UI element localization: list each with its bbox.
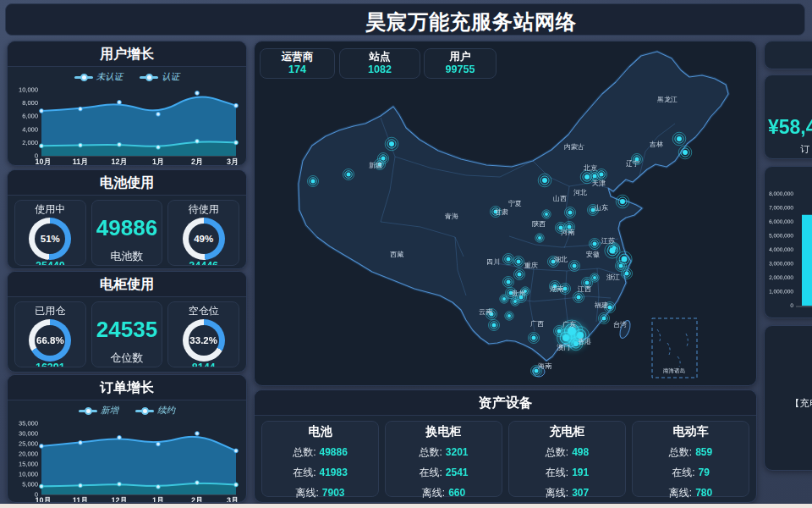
stat-card-users: 用户 99755 [424, 48, 497, 79]
gauge-percent: 33.2% [189, 335, 217, 345]
cabinet-total-card: 24535 仓位数 [91, 301, 163, 367]
battery-in-use-card: 使用中 51% 25440 [14, 200, 86, 266]
svg-text:内蒙古: 内蒙古 [564, 143, 584, 151]
battery-total-card: 49886 电池数 [91, 200, 163, 266]
dashboard-screen: 昊宸万能充服务站网络 用户增长 未认证 认证 电池使用 使用中 51% 2544… [0, 0, 812, 508]
stat-label: 运营商 [261, 51, 334, 64]
legend-marker-icon [135, 410, 154, 412]
svg-text:浙江: 浙江 [606, 273, 620, 281]
revenue-bar-chart[interactable] [765, 167, 812, 318]
legend-item-unverified[interactable]: 未认证 [74, 71, 123, 83]
panel-user-growth: 用户增长 未认证 认证 [7, 41, 247, 166]
gauge-label: 空仓位 [168, 304, 239, 318]
stat-value: 1082 [340, 64, 420, 76]
gauge-value: 24446 [168, 260, 239, 266]
legend-item-renewal[interactable]: 续约 [135, 405, 175, 417]
svg-text:南海诸岛: 南海诸岛 [663, 367, 685, 374]
legend-item-new[interactable]: 新增 [79, 405, 118, 417]
stat-card-stations: 站点 1082 [339, 48, 420, 79]
asset-offline: 660 [448, 487, 465, 499]
cabinet-total-value: 24535 [92, 317, 162, 343]
asset-card-charge-cabinet: 充电柜 总数:498 在线:191 离线:307 [508, 421, 626, 497]
svg-text:台湾: 台湾 [613, 321, 627, 329]
gauge-label: 待使用 [168, 202, 239, 217]
svg-text:四川: 四川 [486, 258, 500, 266]
svg-text:陕西: 陕西 [532, 220, 546, 228]
asset-offline: 307 [572, 487, 589, 499]
svg-text:湖北: 湖北 [554, 256, 568, 263]
svg-text:山西: 山西 [553, 195, 567, 202]
legend-item-verified[interactable]: 认证 [140, 71, 179, 83]
stat-label: 站点 [340, 51, 420, 64]
asset-row-label: 在线: [672, 467, 694, 478]
right-bottom-label: 【充电 [790, 397, 812, 410]
svg-text:宁夏: 宁夏 [508, 200, 522, 207]
asset-row-label: 总数: [293, 446, 315, 458]
legend-marker-icon [140, 76, 158, 79]
asset-name: 电动车 [633, 424, 749, 439]
right-panel-bar-chart-card [764, 166, 812, 318]
asset-row-label: 离线: [669, 487, 692, 499]
svg-text:青海: 青海 [444, 213, 458, 220]
panel-china-map: 黑龙江吉林辽宁内蒙古北京天津河北山西山东宁夏陕西河南江苏安徽甘肃青海新疆西藏四川… [254, 41, 757, 386]
cabinet-empty-donut: 33.2% [183, 319, 225, 362]
gauge-percent: 51% [41, 234, 60, 244]
panel-cabinet-title: 电柜使用 [8, 272, 246, 297]
battery-total-value: 49886 [92, 215, 162, 241]
asset-row-label: 离线: [422, 487, 445, 499]
asset-online: 79 [698, 467, 709, 478]
svg-text:山东: 山东 [595, 204, 608, 212]
cabinet-empty-card: 空仓位 33.2% 8144 [167, 301, 239, 367]
svg-text:江苏: 江苏 [601, 237, 615, 245]
order-growth-area-chart[interactable] [11, 419, 243, 503]
cabinet-total-label: 仓位数 [92, 351, 162, 366]
asset-total: 498 [572, 446, 589, 458]
asset-row-label: 在线: [419, 467, 442, 478]
legend-label: 续约 [157, 405, 175, 417]
panel-cabinet-usage: 电柜使用 已用仓 66.8% 16391 24535 仓位数 空仓位 33.2%… [7, 271, 247, 373]
svg-text:贵州: 贵州 [512, 290, 525, 297]
asset-total: 3201 [446, 446, 469, 458]
gauge-percent: 49% [194, 234, 213, 244]
asset-card-swap-cabinet: 换电柜 总数:3201 在线:2541 离线:660 [385, 421, 502, 497]
svg-text:广东: 广东 [562, 321, 576, 329]
battery-idle-donut: 49% [183, 218, 225, 260]
svg-text:北京: 北京 [583, 164, 597, 172]
svg-text:新疆: 新疆 [369, 162, 382, 169]
legend-marker-icon [79, 410, 97, 412]
asset-row-label: 在线: [293, 467, 315, 478]
svg-text:辽宁: 辽宁 [626, 159, 639, 168]
svg-text:河北: 河北 [573, 189, 587, 196]
asset-name: 充电柜 [509, 424, 625, 439]
svg-text:吉林: 吉林 [650, 141, 663, 148]
legend-label: 未认证 [96, 71, 123, 83]
user-growth-legend: 未认证 认证 [8, 70, 246, 84]
asset-row-label: 离线: [295, 487, 318, 499]
panel-user-growth-title: 用户增长 [8, 41, 246, 67]
asset-row-label: 总数: [669, 446, 692, 458]
asset-row-label: 离线: [546, 487, 568, 499]
asset-card-ebike: 电动车 总数:859 在线:79 离线:780 [632, 421, 749, 497]
user-growth-area-chart[interactable] [11, 86, 243, 166]
asset-online: 191 [572, 467, 589, 478]
asset-online: 41983 [319, 467, 347, 478]
svg-text:西藏: 西藏 [390, 251, 404, 258]
gauge-percent: 66.8% [36, 335, 64, 345]
battery-in-use-donut: 51% [29, 218, 71, 260]
gauge-label: 已用仓 [15, 304, 85, 318]
panel-assets: 资产设备 电池 总数:49886 在线:41983 离线:7903 换电柜 总数… [254, 389, 757, 503]
svg-text:黑龙江: 黑龙江 [657, 96, 678, 103]
revenue-amount: ¥58,43 [768, 116, 812, 139]
asset-total: 49886 [319, 446, 347, 458]
svg-text:甘肃: 甘肃 [495, 208, 508, 216]
gauge-value: 16391 [15, 362, 85, 367]
panel-assets-title: 资产设备 [255, 390, 756, 416]
window-bottom-edge [0, 504, 812, 508]
stat-value: 99755 [425, 64, 496, 76]
china-map[interactable]: 黑龙江吉林辽宁内蒙古北京天津河北山西山东宁夏陕西河南江苏安徽甘肃青海新疆西藏四川… [255, 41, 757, 386]
asset-row-label: 在线: [546, 467, 568, 478]
asset-offline: 780 [695, 487, 712, 499]
legend-marker-icon [74, 76, 93, 79]
panel-order-growth-title: 订单增长 [8, 375, 246, 400]
svg-text:澳门: 澳门 [557, 344, 570, 351]
